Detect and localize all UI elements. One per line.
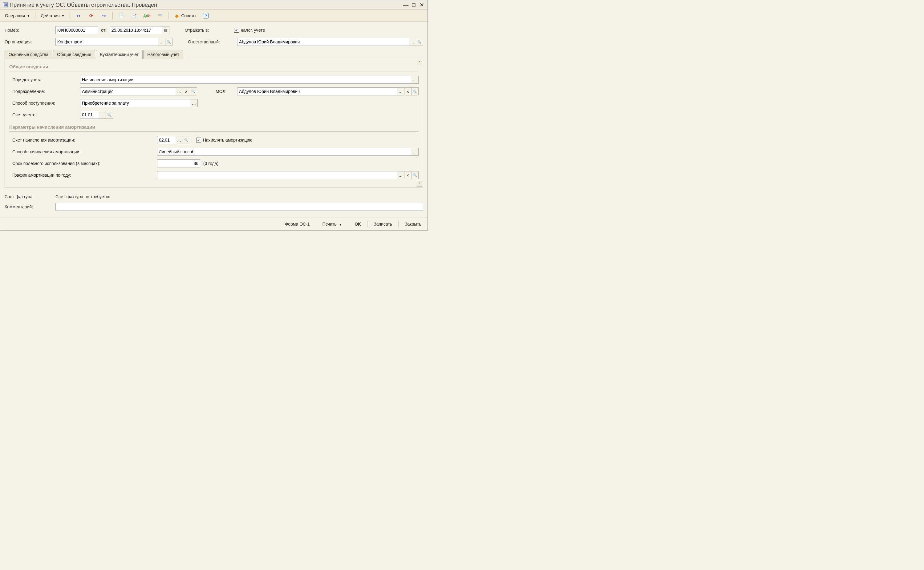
dtkt-icon: ДтКт bbox=[144, 12, 150, 19]
receipt-select-button[interactable] bbox=[190, 99, 198, 107]
tab-tax-accounting[interactable]: Налоговый учет bbox=[143, 50, 183, 59]
tab-accounting[interactable]: Бухгалтерский учет bbox=[96, 50, 143, 59]
org-input[interactable] bbox=[55, 38, 158, 46]
tab-general-info[interactable]: Общие сведения bbox=[53, 50, 95, 59]
footer-divider bbox=[367, 221, 367, 227]
minimize-button[interactable]: — bbox=[402, 2, 409, 8]
operation-menu[interactable]: Операция ▼ bbox=[2, 12, 33, 20]
print-menu[interactable]: Печать ▼ bbox=[319, 221, 345, 228]
schedule-search-button[interactable] bbox=[411, 171, 419, 179]
amort-acct-field bbox=[157, 136, 190, 144]
toolbar: Операция ▼ Действия ▼ ↤ ⟳ ↪ 📄 📑 ДтКт ☰ ◆… bbox=[0, 10, 428, 22]
reflect-tax-label: налог. учете bbox=[241, 28, 265, 33]
amort-method-input[interactable] bbox=[157, 148, 411, 156]
tips-button[interactable]: ◆ Советы bbox=[171, 11, 199, 20]
toolbar-doc-button-1[interactable]: 📄 bbox=[115, 11, 127, 20]
amort-acct-search-button[interactable] bbox=[183, 136, 190, 144]
back-icon: ↤ bbox=[75, 12, 81, 19]
amort-acct-input[interactable] bbox=[157, 136, 176, 144]
invoice-label: Счет-фактура: bbox=[5, 194, 52, 199]
number-label: Номер: bbox=[5, 28, 52, 33]
mol-search-button[interactable] bbox=[411, 87, 419, 95]
responsible-search-button[interactable] bbox=[416, 38, 423, 46]
calendar-button[interactable] bbox=[162, 26, 169, 34]
toolbar-list-button[interactable]: ☰ bbox=[154, 11, 166, 20]
toolbar-forward-button[interactable]: ↪ bbox=[98, 11, 110, 20]
operation-label: Операция bbox=[5, 13, 25, 18]
chevron-down-icon: ▼ bbox=[339, 223, 342, 226]
account-search-button[interactable] bbox=[106, 111, 113, 119]
dept-label: Подразделение: bbox=[12, 89, 77, 94]
toolbar-doc-button-2[interactable]: 📑 bbox=[128, 11, 140, 20]
from-label: от: bbox=[101, 28, 107, 33]
maximize-button[interactable]: □ bbox=[410, 2, 417, 8]
close-window-button[interactable]: ✕ bbox=[418, 2, 425, 8]
comment-input[interactable] bbox=[55, 203, 423, 211]
dept-search-button[interactable] bbox=[190, 87, 197, 95]
number-field bbox=[55, 26, 98, 34]
scroll-up-button[interactable]: ˄ bbox=[417, 60, 422, 65]
org-label: Организация: bbox=[5, 40, 52, 44]
date-input[interactable] bbox=[110, 26, 162, 34]
amort-acct-select-button[interactable] bbox=[176, 136, 183, 144]
save-button[interactable]: Записать bbox=[370, 221, 395, 228]
responsible-label: Ответственный: bbox=[188, 40, 234, 44]
account-field bbox=[80, 111, 113, 119]
dept-input[interactable] bbox=[80, 87, 176, 95]
schedule-clear-button[interactable] bbox=[404, 171, 411, 179]
section-amort-title: Параметры начисления амортизации bbox=[9, 124, 419, 132]
mol-clear-button[interactable] bbox=[404, 87, 411, 95]
reflect-tax-checkbox[interactable]: налог. учете bbox=[234, 28, 265, 33]
window-controls: — □ ✕ bbox=[402, 2, 425, 8]
help-button[interactable]: ? bbox=[200, 11, 211, 20]
toolbar-back-button[interactable]: ↤ bbox=[72, 11, 84, 20]
actions-label: Действия bbox=[41, 13, 60, 18]
document-add-icon: 📑 bbox=[131, 12, 137, 19]
dept-clear-button[interactable] bbox=[183, 87, 190, 95]
receipt-label: Способ поступления: bbox=[12, 101, 77, 106]
tabs: Основные средства Общие сведения Бухгалт… bbox=[5, 49, 423, 59]
responsible-field bbox=[237, 38, 423, 46]
close-button[interactable]: Закрыть bbox=[402, 221, 424, 228]
mol-input[interactable] bbox=[237, 87, 397, 95]
toolbar-separator bbox=[35, 12, 35, 19]
tab-fixed-assets[interactable]: Основные средства bbox=[5, 50, 52, 59]
number-input[interactable] bbox=[55, 26, 98, 34]
responsible-select-button[interactable] bbox=[409, 38, 416, 46]
dept-select-button[interactable] bbox=[176, 87, 183, 95]
account-select-button[interactable] bbox=[98, 111, 106, 119]
receipt-input[interactable] bbox=[80, 99, 190, 107]
ok-button[interactable]: OK bbox=[351, 221, 364, 228]
reflect-label: Отражать в: bbox=[185, 28, 231, 33]
toolbar-dtkt-button[interactable]: ДтКт bbox=[141, 11, 153, 20]
acct-order-select-button[interactable] bbox=[411, 76, 419, 84]
header-form: Номер: от: Отражать в: налог. учете Орга… bbox=[0, 22, 428, 192]
actions-menu[interactable]: Действия ▼ bbox=[38, 12, 67, 20]
dept-field bbox=[80, 87, 197, 95]
responsible-input[interactable] bbox=[237, 38, 409, 46]
life-label: Срок полезного использования (в месяцах)… bbox=[12, 161, 154, 166]
life-input[interactable] bbox=[157, 159, 200, 167]
footer-divider bbox=[398, 221, 399, 227]
schedule-select-button[interactable] bbox=[397, 171, 404, 179]
calc-amort-checkbox[interactable]: Начислять амортизацию bbox=[196, 138, 253, 142]
form-os1-button[interactable]: Форма ОС-1 bbox=[282, 221, 313, 228]
org-search-button[interactable] bbox=[165, 38, 172, 46]
schedule-field bbox=[157, 171, 419, 179]
schedule-input[interactable] bbox=[157, 171, 397, 179]
window: Принятие к учету ОС: Объекты строительст… bbox=[0, 0, 428, 230]
org-select-button[interactable] bbox=[158, 38, 166, 46]
date-field bbox=[110, 26, 169, 34]
amort-method-select-button[interactable] bbox=[411, 148, 419, 156]
account-label: Счет учета: bbox=[12, 112, 77, 117]
acct-order-input[interactable] bbox=[80, 76, 411, 84]
comment-label: Комментарий: bbox=[5, 204, 52, 209]
calc-amort-label: Начислять амортизацию bbox=[203, 138, 253, 142]
scroll-down-button[interactable]: ˅ bbox=[417, 181, 422, 187]
checkbox-icon bbox=[234, 28, 239, 33]
schedule-label: График амортизации по году: bbox=[12, 173, 154, 178]
mol-select-button[interactable] bbox=[397, 87, 404, 95]
toolbar-refresh-button[interactable]: ⟳ bbox=[85, 11, 97, 20]
tips-icon: ◆ bbox=[174, 12, 180, 19]
account-input[interactable] bbox=[80, 111, 98, 119]
